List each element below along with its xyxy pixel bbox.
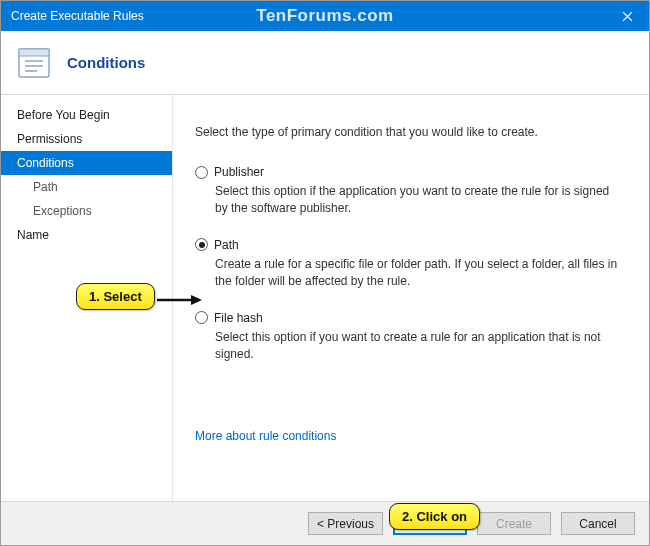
label-filehash[interactable]: File hash <box>214 311 263 325</box>
radio-path[interactable] <box>195 238 208 251</box>
label-publisher[interactable]: Publisher <box>214 165 264 179</box>
window-title: Create Executable Rules <box>11 9 144 23</box>
instruction-text: Select the type of primary condition tha… <box>195 125 623 139</box>
nav-name[interactable]: Name <box>1 223 172 247</box>
radio-filehash[interactable] <box>195 311 208 324</box>
close-button[interactable] <box>605 1 649 31</box>
nav-exceptions[interactable]: Exceptions <box>1 199 172 223</box>
nav-before-you-begin[interactable]: Before You Begin <box>1 103 172 127</box>
condition-options: Publisher Select this option if the appl… <box>195 165 623 363</box>
desc-path: Create a rule for a specific file or fol… <box>215 256 623 291</box>
watermark-text: TenForums.com <box>256 6 393 26</box>
option-publisher: Publisher Select this option if the appl… <box>195 165 623 218</box>
close-icon <box>622 11 633 22</box>
page-title: Conditions <box>67 54 145 71</box>
desc-publisher: Select this option if the application yo… <box>215 183 623 218</box>
arrow-icon <box>155 293 203 307</box>
callout-select: 1. Select <box>76 283 155 310</box>
svg-rect-3 <box>19 49 49 56</box>
desc-filehash: Select this option if you want to create… <box>215 329 623 364</box>
nav-path[interactable]: Path <box>1 175 172 199</box>
label-path[interactable]: Path <box>214 238 239 252</box>
callout-click: 2. Click on <box>389 503 480 530</box>
more-about-link[interactable]: More about rule conditions <box>195 429 336 443</box>
wizard-header: Conditions <box>1 31 649 95</box>
wizard-footer: < Previous Next > Create Cancel <box>1 501 649 545</box>
radio-publisher[interactable] <box>195 166 208 179</box>
title-bar: Create Executable Rules TenForums.com <box>1 1 649 31</box>
nav-conditions[interactable]: Conditions <box>1 151 172 175</box>
wizard-window: Create Executable Rules TenForums.com Co… <box>0 0 650 546</box>
wizard-content: Select the type of primary condition tha… <box>173 95 649 501</box>
option-filehash: File hash Select this option if you want… <box>195 311 623 364</box>
cancel-button[interactable]: Cancel <box>561 512 635 535</box>
rules-icon <box>17 46 51 80</box>
previous-button[interactable]: < Previous <box>308 512 383 535</box>
svg-marker-8 <box>191 295 202 305</box>
nav-permissions[interactable]: Permissions <box>1 127 172 151</box>
create-button: Create <box>477 512 551 535</box>
option-path: Path Create a rule for a specific file o… <box>195 238 623 291</box>
